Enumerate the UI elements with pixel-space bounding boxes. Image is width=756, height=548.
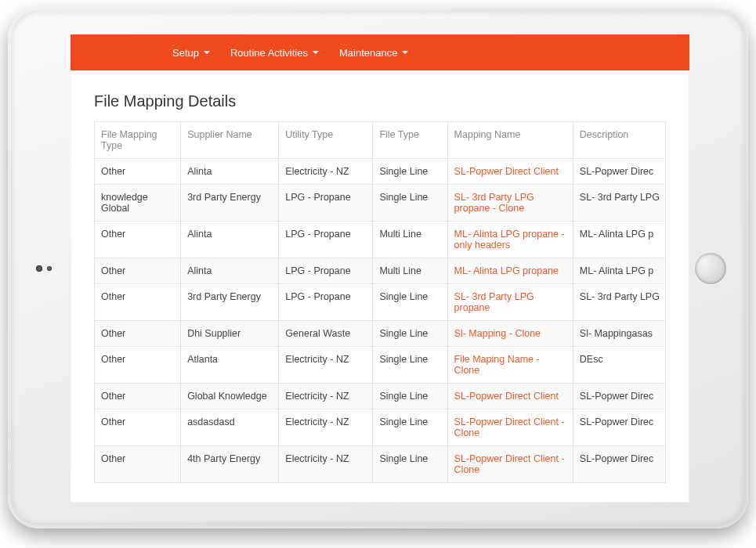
cell-utility: LPG - Propane <box>279 258 373 284</box>
col-utility-type: Utility Type <box>279 122 373 159</box>
cell-supplier: Dhi Supplier <box>181 321 279 347</box>
nav-setup[interactable]: Setup <box>172 47 210 59</box>
cell-type: Other <box>95 321 181 347</box>
col-file-type: File Type <box>373 122 447 159</box>
table-row: OtherDhi SupplierGeneral WasteSingle Lin… <box>95 321 666 347</box>
cell-utility: Electricity - NZ <box>279 159 373 185</box>
cell-file: Multi Line <box>373 222 447 258</box>
camera-dot-icon <box>36 265 42 272</box>
app-screen: Setup Routine Activities Maintenance Fil… <box>71 34 689 503</box>
tablet-frame: Setup Routine Activities Maintenance Fil… <box>8 8 748 528</box>
cell-type: Other <box>95 409 181 446</box>
cell-file: Multi Line <box>373 258 447 284</box>
cell-utility: LPG - Propane <box>279 284 373 321</box>
tablet-home-button[interactable] <box>695 253 726 284</box>
cell-supplier: Alinta <box>181 222 279 258</box>
cell-file: Single Line <box>373 321 447 347</box>
cell-description: ML- Alinta LPG p <box>573 222 665 258</box>
cell-mapping-link[interactable]: SL- 3rd Party LPG propane - Clone <box>447 185 573 222</box>
table-header-row: File Mapping Type Supplier Name Utility … <box>95 122 666 159</box>
cell-utility: LPG - Propane <box>279 185 373 222</box>
cell-supplier: Global Knowledge <box>181 384 279 409</box>
table-row: OtherAlintaLPG - PropaneMulti LineML- Al… <box>95 222 666 258</box>
col-description: Description <box>573 122 665 159</box>
cell-description: Sl- Mappingasas <box>573 321 665 347</box>
chevron-down-icon <box>204 51 210 54</box>
cell-mapping-link[interactable]: SL-Popwer Direct Client - Clone <box>447 409 573 446</box>
cell-description: SL-Popwer Direc <box>573 384 665 409</box>
cell-mapping-link[interactable]: SL-Popwer Direct Client <box>447 384 573 409</box>
cell-description: SL- 3rd Party LPG <box>573 185 665 222</box>
cell-file: Single Line <box>373 159 447 185</box>
chevron-down-icon <box>313 51 319 54</box>
cell-utility: Electricity - NZ <box>279 409 373 446</box>
cell-type: Other <box>95 384 181 409</box>
cell-type: Other <box>95 347 181 384</box>
col-file-mapping-type: File Mapping Type <box>95 122 181 159</box>
cell-type: knowledge Global <box>95 185 181 222</box>
cell-utility: General Waste <box>279 321 373 347</box>
cell-file: Single Line <box>373 185 447 222</box>
table-row: Other4th Party EnergyElectricity - NZSin… <box>95 446 666 483</box>
cell-file: Single Line <box>373 384 447 409</box>
nav-maintenance[interactable]: Maintenance <box>339 47 408 59</box>
page-content: File Mapping Details File Mapping Type S… <box>71 70 689 491</box>
table-row: Other3rd Party EnergyLPG - PropaneSingle… <box>95 284 666 321</box>
cell-description: SL-Popwer Direc <box>573 409 665 446</box>
cell-mapping-link[interactable]: ML- Alinta LPG propane - only headers <box>447 222 573 258</box>
cell-description: DEsc <box>573 347 665 384</box>
cell-supplier: 3rd Party Energy <box>181 284 279 321</box>
cell-type: Other <box>95 222 181 258</box>
cell-file: Single Line <box>373 284 447 321</box>
cell-mapping-link[interactable]: ML- Alinta LPG propane <box>447 258 573 284</box>
cell-supplier: 4th Party Energy <box>181 446 279 483</box>
table-row: OtherAlintaElectricity - NZSingle LineSL… <box>95 159 666 185</box>
cell-description: ML- Alinta LPG p <box>573 258 665 284</box>
tablet-camera <box>36 265 52 272</box>
table-row: knowledge Global3rd Party EnergyLPG - Pr… <box>95 185 666 222</box>
cell-supplier: Alinta <box>181 159 279 185</box>
table-row: OtherasdasdasdElectricity - NZSingle Lin… <box>95 409 666 446</box>
cell-type: Other <box>95 258 181 284</box>
cell-utility: LPG - Propane <box>279 222 373 258</box>
cell-type: Other <box>95 159 181 185</box>
cell-description: SL- 3rd Party LPG <box>573 284 665 321</box>
cell-type: Other <box>95 446 181 483</box>
nav-label: Setup <box>172 47 199 59</box>
cell-type: Other <box>95 284 181 321</box>
cell-utility: Electricity - NZ <box>279 446 373 483</box>
cell-mapping-link[interactable]: Sl- Mapping - Clone <box>447 321 573 347</box>
cell-mapping-link[interactable]: File Maping Name - Clone <box>447 347 573 384</box>
page-title: File Mapping Details <box>94 92 666 110</box>
main-navbar: Setup Routine Activities Maintenance <box>71 34 689 70</box>
nav-label: Maintenance <box>339 47 397 59</box>
chevron-down-icon <box>402 51 408 54</box>
cell-supplier: Atlanta <box>181 347 279 384</box>
tablet-bezel: Setup Routine Activities Maintenance Fil… <box>11 11 745 525</box>
cell-utility: Electricity - NZ <box>279 347 373 384</box>
cell-file: Single Line <box>373 409 447 446</box>
cell-file: Single Line <box>373 446 447 483</box>
cell-description: SL-Popwer Direc <box>573 446 665 483</box>
table-row: OtherAlintaLPG - PropaneMulti LineML- Al… <box>95 258 666 284</box>
table-row: OtherAtlantaElectricity - NZSingle LineF… <box>95 347 666 384</box>
nav-label: Routine Activities <box>230 47 308 59</box>
table-row: OtherGlobal KnowledgeElectricity - NZSin… <box>95 384 666 409</box>
col-supplier-name: Supplier Name <box>181 122 279 159</box>
col-mapping-name: Mapping Name <box>447 122 573 159</box>
cell-supplier: Alinta <box>181 258 279 284</box>
cell-mapping-link[interactable]: SL- 3rd Party LPG propane <box>447 284 573 321</box>
cell-mapping-link[interactable]: SL-Popwer Direct Client <box>447 159 573 185</box>
file-mapping-table: File Mapping Type Supplier Name Utility … <box>94 121 666 483</box>
cell-supplier: 3rd Party Energy <box>181 185 279 222</box>
cell-description: SL-Popwer Direc <box>573 159 665 185</box>
cell-mapping-link[interactable]: SL-Popwer Direct Client - Clone <box>447 446 573 483</box>
nav-routine-activities[interactable]: Routine Activities <box>230 47 319 59</box>
camera-dot-icon <box>47 266 52 271</box>
cell-utility: Electricity - NZ <box>279 384 373 409</box>
cell-supplier: asdasdasd <box>181 409 279 446</box>
cell-file: Single Line <box>373 347 447 384</box>
